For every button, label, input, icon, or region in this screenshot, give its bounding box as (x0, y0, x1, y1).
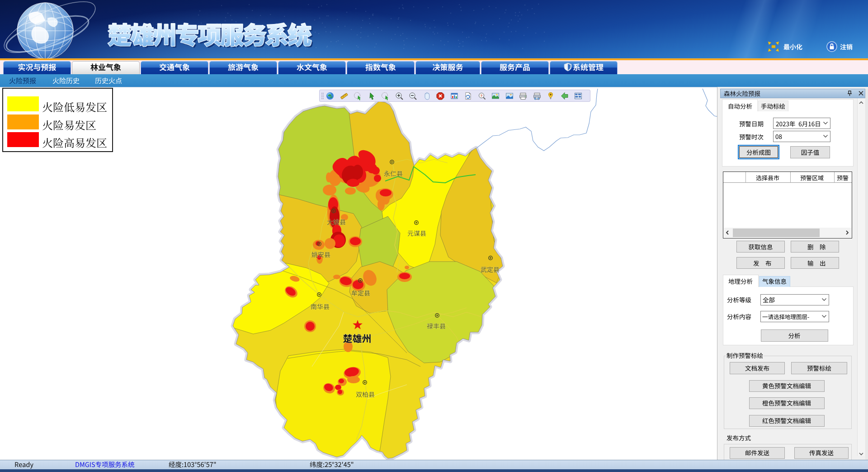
svg-text:?: ? (480, 94, 482, 98)
